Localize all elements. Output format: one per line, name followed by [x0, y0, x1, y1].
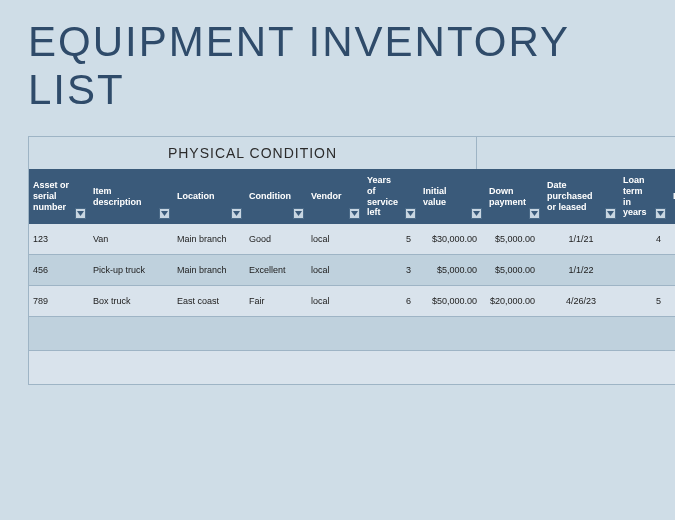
- col-vendor[interactable]: Vendor: [307, 169, 363, 224]
- svg-marker-8: [607, 211, 614, 216]
- cell-date: 1/1/22: [543, 255, 619, 286]
- cell-vendor: local: [307, 255, 363, 286]
- cell-item: Van: [89, 224, 173, 255]
- table-row: 123 Van Main branch Good local 5 $30,000…: [29, 224, 675, 255]
- cell-vendor: local: [307, 286, 363, 317]
- svg-marker-5: [407, 211, 414, 216]
- svg-marker-4: [351, 211, 358, 216]
- col-loan-rate[interactable]: Loan ra: [669, 169, 675, 224]
- col-label: Vendor: [311, 191, 356, 202]
- section-header-row: PHYSICAL CONDITION: [29, 136, 675, 169]
- filter-dropdown-icon[interactable]: [605, 208, 616, 219]
- filter-dropdown-icon[interactable]: [471, 208, 482, 219]
- cell-asset: 789: [29, 286, 89, 317]
- filter-dropdown-icon[interactable]: [75, 208, 86, 219]
- col-initial-value[interactable]: Initial value: [419, 169, 485, 224]
- svg-marker-6: [473, 211, 480, 216]
- col-asset-number[interactable]: Asset or serial number: [29, 169, 89, 224]
- cell-rate: [669, 286, 675, 317]
- svg-marker-9: [657, 211, 664, 216]
- filter-dropdown-icon[interactable]: [293, 208, 304, 219]
- svg-marker-7: [531, 211, 538, 216]
- col-date-purchased[interactable]: Date purchased or leased: [543, 169, 619, 224]
- cell-term: 4: [619, 224, 669, 255]
- table-row-blank: [29, 351, 675, 385]
- cell-vendor: local: [307, 224, 363, 255]
- cell-date: 4/26/23: [543, 286, 619, 317]
- inventory-table: Asset or serial number Item description …: [29, 169, 675, 385]
- cell-years: 5: [363, 224, 419, 255]
- cell-location: Main branch: [173, 255, 245, 286]
- cell-condition: Excellent: [245, 255, 307, 286]
- page-title: EQUIPMENT INVENTORY LIST: [0, 0, 675, 136]
- col-condition[interactable]: Condition: [245, 169, 307, 224]
- table-row-blank: [29, 317, 675, 351]
- filter-dropdown-icon[interactable]: [231, 208, 242, 219]
- col-label: Initial value: [423, 186, 481, 208]
- svg-marker-2: [233, 211, 240, 216]
- table-row: 789 Box truck East coast Fair local 6 $5…: [29, 286, 675, 317]
- cell-term: [619, 255, 669, 286]
- filter-dropdown-icon[interactable]: [529, 208, 540, 219]
- cell-initial: $50,000.00: [419, 286, 485, 317]
- cell-asset: 123: [29, 224, 89, 255]
- cell-down: $5,000.00: [485, 224, 543, 255]
- cell-initial: $5,000.00: [419, 255, 485, 286]
- cell-asset: 456: [29, 255, 89, 286]
- cell-location: East coast: [173, 286, 245, 317]
- table-row: 456 Pick-up truck Main branch Excellent …: [29, 255, 675, 286]
- filter-dropdown-icon[interactable]: [349, 208, 360, 219]
- col-label: Condition: [249, 191, 305, 202]
- cell-years: 6: [363, 286, 419, 317]
- cell-years: 3: [363, 255, 419, 286]
- col-label: Location: [177, 191, 229, 202]
- cell-location: Main branch: [173, 224, 245, 255]
- cell-condition: Fair: [245, 286, 307, 317]
- col-down-payment[interactable]: Down payment: [485, 169, 543, 224]
- col-item-description[interactable]: Item description: [89, 169, 173, 224]
- cell-item: Box truck: [89, 286, 173, 317]
- col-location[interactable]: Location: [173, 169, 245, 224]
- cell-term: 5: [619, 286, 669, 317]
- col-label: Down payment: [489, 186, 540, 208]
- section-header-physical-condition: PHYSICAL CONDITION: [29, 137, 477, 169]
- col-years-service[interactable]: Years of service left: [363, 169, 419, 224]
- svg-marker-0: [77, 211, 84, 216]
- col-label: Item description: [93, 186, 169, 208]
- cell-rate: [669, 255, 675, 286]
- filter-dropdown-icon[interactable]: [655, 208, 666, 219]
- svg-marker-3: [295, 211, 302, 216]
- cell-condition: Good: [245, 224, 307, 255]
- inventory-table-wrap: PHYSICAL CONDITION Asset or serial numbe…: [28, 136, 675, 385]
- cell-rate: 1: [669, 224, 675, 255]
- cell-item: Pick-up truck: [89, 255, 173, 286]
- svg-marker-1: [161, 211, 168, 216]
- col-loan-term[interactable]: Loan term in years: [619, 169, 669, 224]
- cell-initial: $30,000.00: [419, 224, 485, 255]
- cell-down: $5,000.00: [485, 255, 543, 286]
- cell-date: 1/1/21: [543, 224, 619, 255]
- filter-dropdown-icon[interactable]: [405, 208, 416, 219]
- table-header-row: Asset or serial number Item description …: [29, 169, 675, 224]
- cell-down: $20,000.00: [485, 286, 543, 317]
- filter-dropdown-icon[interactable]: [159, 208, 170, 219]
